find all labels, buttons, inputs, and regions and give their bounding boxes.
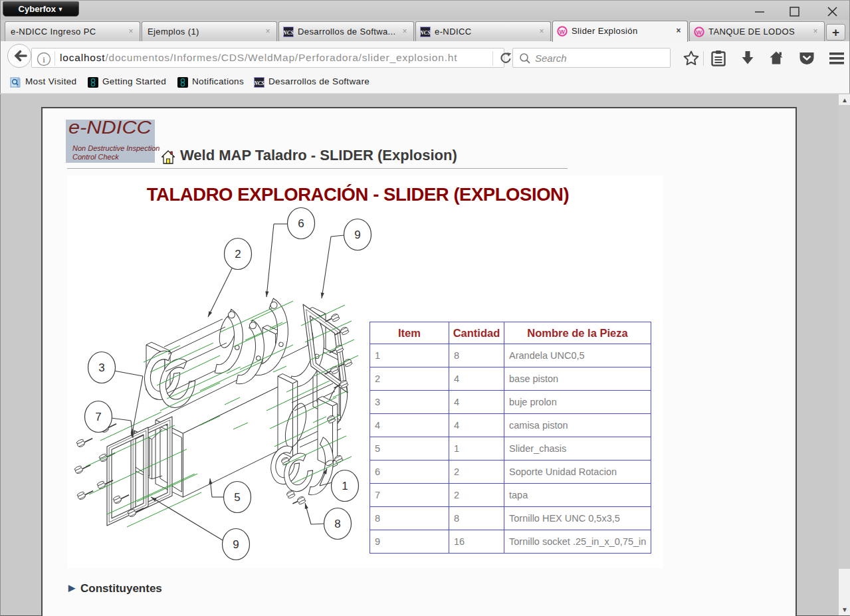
svg-text:NCS: NCS bbox=[420, 30, 431, 36]
svg-text:NCS: NCS bbox=[254, 80, 265, 86]
svg-text:9: 9 bbox=[233, 538, 239, 551]
svg-text:NCS: NCS bbox=[283, 30, 294, 36]
svg-text:2: 2 bbox=[235, 248, 241, 260]
svg-text:W: W bbox=[560, 29, 566, 35]
svg-text:9: 9 bbox=[354, 229, 360, 241]
svg-text:8: 8 bbox=[334, 518, 340, 530]
svg-text:W: W bbox=[696, 29, 702, 36]
svg-text:7: 7 bbox=[95, 411, 101, 423]
svg-text:6: 6 bbox=[298, 217, 304, 230]
svg-text:1: 1 bbox=[342, 480, 348, 492]
svg-text:3: 3 bbox=[98, 361, 104, 374]
svg-text:5: 5 bbox=[234, 491, 240, 504]
svg-text:i: i bbox=[43, 54, 45, 64]
